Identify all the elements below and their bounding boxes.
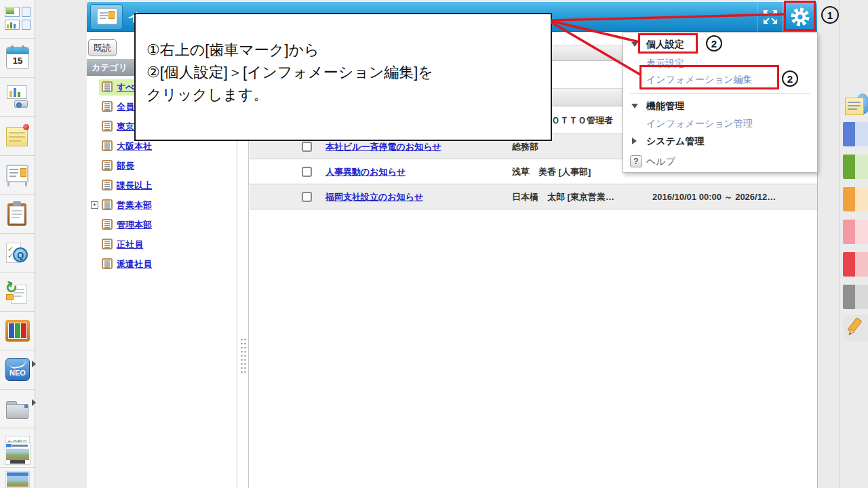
color-chip-blue[interactable]	[843, 122, 868, 146]
chevron-down-icon	[631, 104, 638, 108]
sidebar-item-folder[interactable]	[0, 390, 35, 428]
chevron-right-icon	[632, 138, 637, 144]
instruction-tooltip: ①右上の[歯車マーク]から ②[個人設定]＞[インフォメーション編集]を クリッ…	[134, 13, 552, 141]
sidebar-item-portal[interactable]	[0, 0, 35, 39]
row-checkbox[interactable]	[302, 192, 312, 202]
sidebar-item-bookshelf[interactable]	[0, 312, 35, 350]
search-q-icon: ✓ ✓ Q	[5, 240, 31, 266]
right-strip-border	[840, 0, 840, 488]
neo-app-icon: NEO	[5, 357, 31, 383]
settings-dropdown-menu: 個人設定 表示設定 インフォメーション編集 機能管理 インフォメーション管理 シ…	[623, 32, 818, 173]
sidebar-item-neo[interactable]: NEO	[0, 351, 35, 390]
popout-arrow-icon	[32, 399, 36, 406]
tooltip-line: ①右上の[歯車マーク]から	[146, 40, 319, 60]
category-item-sales[interactable]: + 営業本部	[87, 197, 236, 214]
expand-icon	[762, 9, 778, 25]
row-title-link[interactable]: 人事異動のお知らせ	[326, 166, 406, 178]
sidebar-item-search[interactable]: ✓ ✓ Q	[0, 234, 35, 272]
category-item-fulltime[interactable]: 正社員	[87, 236, 236, 253]
row-checkbox[interactable]	[302, 142, 312, 152]
category-item-bucho[interactable]: 部長	[87, 157, 236, 175]
notepad-icon	[102, 160, 113, 171]
tooltip-line: クリックします。	[146, 85, 269, 105]
neo-label: NEO	[7, 369, 28, 377]
pencil-icon	[845, 317, 868, 340]
gear-icon	[789, 5, 812, 28]
mark-read-button[interactable]: 既読	[88, 39, 117, 56]
notepad-icon	[102, 239, 113, 249]
fullscreen-button[interactable]	[757, 2, 783, 32]
color-chip-pink[interactable]	[843, 220, 868, 244]
splitter-grip[interactable]	[240, 338, 246, 373]
circulation-icon: ↻	[5, 279, 31, 305]
notepad-icon	[102, 219, 113, 230]
screen: 15	[0, 0, 868, 488]
calendar-icon: 15	[5, 45, 31, 71]
sidebar-item-memo[interactable]	[0, 117, 35, 156]
folder-icon	[5, 396, 31, 422]
information-app-icon	[90, 4, 123, 30]
settings-gear-button[interactable]	[783, 2, 816, 32]
sticky-note-shortcut[interactable]	[845, 94, 868, 119]
sidebar-item-information[interactable]	[0, 156, 35, 195]
category-item-admin[interactable]: 管理本部	[87, 216, 236, 234]
sidebar-item-presentation[interactable]	[0, 78, 35, 117]
row-author: 総務部	[512, 141, 538, 153]
app-rail: 15	[0, 0, 35, 488]
popout-arrow-icon	[32, 361, 36, 367]
note-icon	[845, 98, 864, 115]
bookshelf-icon	[5, 318, 31, 344]
edit-shortcut[interactable]	[843, 315, 868, 341]
chevron-down-icon	[631, 42, 638, 47]
memo-icon	[5, 123, 31, 149]
notepad-icon	[102, 180, 113, 190]
category-item-temp[interactable]: 派遣社員	[87, 256, 236, 273]
row-author-fragment: ＯＴＴＯ管理者	[551, 115, 613, 127]
sidebar-photo-banner[interactable]	[5, 442, 31, 465]
row-checkbox[interactable]	[302, 167, 312, 177]
sidebar-item-circulation[interactable]: ↻	[0, 273, 35, 312]
color-chip-gray[interactable]	[843, 285, 868, 309]
notepad-icon	[102, 258, 113, 269]
notepad-icon	[102, 81, 113, 92]
table-row: 福岡支社設立のお知らせ 日本橋 太郎 [東京営業… 2016/10/01 00:…	[250, 184, 817, 209]
notepad-icon	[102, 101, 113, 112]
bulletin-board-icon	[5, 162, 31, 188]
clipboard-icon	[5, 201, 31, 227]
portal-icon	[5, 6, 31, 32]
tooltip-line: ②[個人設定]＞[インフォメーション編集]を	[146, 62, 433, 83]
row-title-link[interactable]: 本社ビル一斉停電のお知らせ	[326, 141, 441, 153]
color-chip-orange[interactable]	[843, 187, 868, 211]
color-chip-red[interactable]	[843, 252, 868, 277]
calendar-day-label: 15	[7, 56, 28, 66]
sidebar-item-clipboard[interactable]	[0, 195, 35, 234]
row-period: 2016/10/01 00:00 ～ 2026/12…	[652, 191, 776, 203]
notepad-icon	[102, 140, 113, 151]
notepad-icon	[102, 121, 113, 131]
step-badge-1: 1	[821, 6, 839, 24]
row-author: 日本橋 太郎 [東京営業…	[512, 191, 614, 203]
notepad-icon	[102, 199, 113, 210]
row-title-link[interactable]: 福岡支社設立のお知らせ	[326, 191, 423, 203]
projector-icon	[5, 84, 31, 110]
expand-plus-icon[interactable]: +	[91, 201, 98, 209]
category-item-kacho[interactable]: 課長以上	[87, 177, 236, 195]
menu-separator	[630, 93, 810, 94]
row-author: 浅草 美香 [人事部]	[512, 166, 591, 178]
help-icon: ?	[630, 155, 642, 167]
color-chip-green[interactable]	[843, 155, 868, 179]
sidebar-item-schedule[interactable]: 15	[0, 39, 35, 78]
